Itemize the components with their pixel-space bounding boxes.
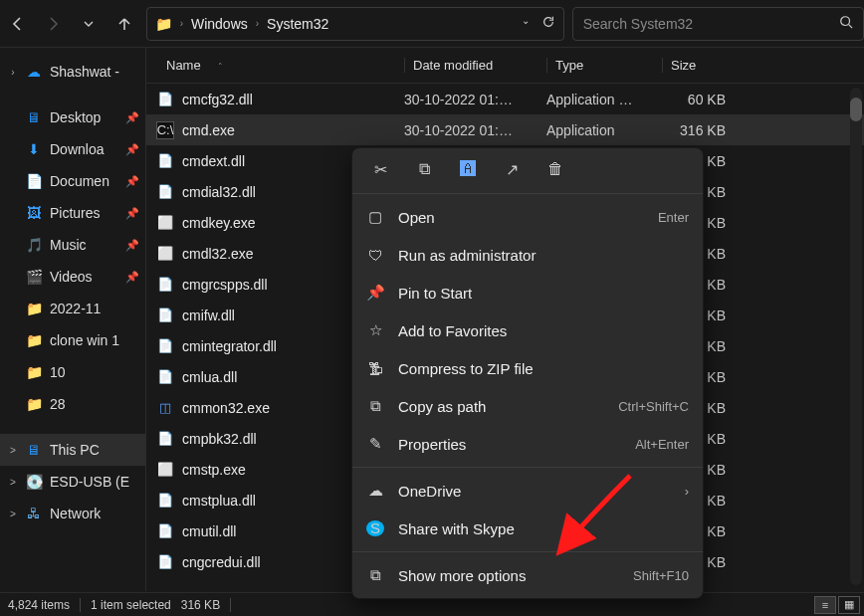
sidebar-item[interactable]: 📁2022-11 [0, 293, 145, 324]
context-item[interactable]: 📌Pin to Start [352, 274, 703, 311]
down-icon: ⬇ [26, 141, 42, 157]
file-date: 30-10-2022 01:… [404, 92, 546, 107]
pin-icon: 📌 [125, 111, 139, 124]
monitor-icon: 🖥 [26, 109, 42, 125]
folder-icon: 📁 [26, 364, 42, 380]
copy-icon[interactable]: ⧉ [414, 160, 434, 179]
file-icon: 📄 [156, 553, 174, 571]
sidebar-item[interactable]: >🖥This PC [0, 434, 145, 466]
rename-icon[interactable]: 🅰 [458, 160, 478, 179]
sidebar-item[interactable]: 📁28 [0, 388, 145, 420]
prop-icon: ✎ [366, 435, 384, 453]
sidebar-item[interactable]: >💽ESD-USB (E [0, 466, 145, 498]
search-input[interactable]: Search System32 [572, 7, 864, 41]
usb-icon: 💽 [26, 474, 42, 490]
sidebar-item-label: Pictures [50, 205, 101, 221]
shield-icon: 🛡 [366, 247, 384, 264]
column-header-date[interactable]: Date modified [404, 58, 546, 73]
context-item-shortcut: Ctrl+Shift+C [618, 399, 689, 414]
status-size: 316 KB [181, 598, 220, 612]
svg-point-0 [841, 17, 850, 26]
scrollbar-thumb[interactable] [850, 98, 862, 121]
folder-icon: 📁 [26, 301, 42, 316]
zip-icon: 🗜 [366, 360, 384, 377]
nav-up-button[interactable] [107, 6, 142, 42]
file-icon: ⬜ [156, 214, 174, 232]
search-placeholder: Search System32 [583, 16, 839, 32]
sidebar-item-user[interactable]: › ☁ Shashwat - [0, 56, 145, 88]
column-header-type[interactable]: Type [546, 58, 662, 73]
scrollbar[interactable] [850, 88, 862, 585]
nav-recent-button[interactable] [71, 6, 107, 42]
nav-forward-button[interactable] [36, 6, 72, 42]
file-icon: 📄 [156, 430, 174, 448]
address-bar[interactable]: 📁 › Windows › System32 ⌄ [146, 7, 564, 41]
chevron-icon: › [180, 18, 183, 29]
file-row[interactable]: 📄cmcfg32.dll30-10-2022 01:…Application …… [146, 84, 864, 114]
context-item-label: OneDrive [398, 483, 671, 500]
context-item-shortcut: Shift+F10 [633, 568, 689, 583]
delete-icon[interactable]: 🗑 [545, 160, 565, 179]
column-headers: Name ˄ Date modified Type Size [146, 48, 864, 84]
context-action-row: ✂ ⧉ 🅰 ↗ 🗑 [352, 152, 703, 189]
sidebar-item[interactable]: 🎵Music📌 [0, 229, 145, 261]
file-name: cmcfg32.dll [182, 92, 404, 107]
context-item[interactable]: SShare with Skype [352, 510, 703, 547]
context-item[interactable]: ✎PropertiesAlt+Enter [352, 425, 703, 463]
context-item[interactable]: ⧉Copy as pathCtrl+Shift+C [352, 387, 703, 425]
column-header-size[interactable]: Size [662, 58, 742, 73]
refresh-icon[interactable] [541, 15, 555, 32]
nav-sidebar: › ☁ Shashwat - 🖥Desktop📌⬇Downloa📌📄Docume… [0, 48, 146, 591]
chevron-icon: > [8, 445, 18, 456]
file-icon: 📄 [156, 276, 174, 294]
sidebar-item-label: 2022-11 [50, 301, 101, 316]
music-icon: 🎵 [26, 237, 42, 253]
context-item-label: Add to Favorites [398, 322, 675, 339]
view-details-button[interactable]: ≡ [814, 596, 836, 614]
sidebar-item[interactable]: 🖥Desktop📌 [0, 102, 145, 133]
file-type: Application [546, 122, 662, 138]
context-item[interactable]: 🛡Run as administrator [352, 236, 703, 274]
sidebar-item[interactable]: 🖼Pictures📌 [0, 197, 145, 229]
breadcrumb-segment[interactable]: System32 [267, 16, 328, 32]
net-icon: 🖧 [26, 506, 42, 521]
open-icon: ▢ [366, 208, 384, 226]
sidebar-item[interactable]: >🖧Network [0, 498, 145, 529]
sidebar-item[interactable]: 📁clone win 1 [0, 324, 145, 356]
skype-icon: S [366, 520, 384, 536]
separator [352, 467, 703, 468]
context-item-label: Open [398, 209, 644, 226]
context-item-label: Properties [398, 436, 621, 453]
separator [352, 551, 703, 552]
sidebar-item[interactable]: 📄Documen📌 [0, 165, 145, 197]
search-icon [839, 15, 853, 32]
sidebar-item[interactable]: ⬇Downloa📌 [0, 133, 145, 165]
star-icon: ☆ [366, 321, 384, 339]
pin-icon: 📌 [366, 284, 384, 302]
chevron-down-icon[interactable]: ⌄ [522, 15, 530, 32]
file-size: 60 KB [662, 92, 730, 107]
file-row[interactable]: C:\cmd.exe30-10-2022 01:…Application316 … [146, 114, 864, 145]
context-item[interactable]: 🗜Compress to ZIP file [352, 349, 703, 387]
chevron-icon: > [8, 477, 18, 488]
view-grid-button[interactable]: ▦ [838, 596, 860, 614]
pin-icon: 📌 [125, 271, 139, 284]
sidebar-item-label: Documen [50, 173, 109, 189]
context-item[interactable]: ▢OpenEnter [352, 198, 703, 236]
column-header-name[interactable]: Name ˄ [146, 58, 404, 73]
sidebar-item-label: clone win 1 [50, 332, 119, 348]
context-item-show-more[interactable]: ⧉ Show more options Shift+F10 [352, 556, 703, 594]
context-item[interactable]: ☁OneDrive› [352, 472, 703, 510]
breadcrumb-segment[interactable]: Windows [191, 16, 248, 32]
share-icon[interactable]: ↗ [502, 160, 522, 179]
folder-icon: 📁 [26, 396, 42, 412]
cloud-icon: ☁ [26, 64, 42, 80]
cut-icon[interactable]: ✂ [370, 160, 390, 179]
pic-icon: 🖼 [26, 205, 42, 221]
sidebar-item[interactable]: 📁10 [0, 356, 145, 388]
sidebar-item[interactable]: 🎬Videos📌 [0, 261, 145, 293]
context-item[interactable]: ☆Add to Favorites [352, 311, 703, 349]
status-selected: 1 item selected [91, 598, 171, 612]
nav-back-button[interactable] [0, 6, 36, 42]
file-icon: ⬜ [156, 461, 174, 479]
